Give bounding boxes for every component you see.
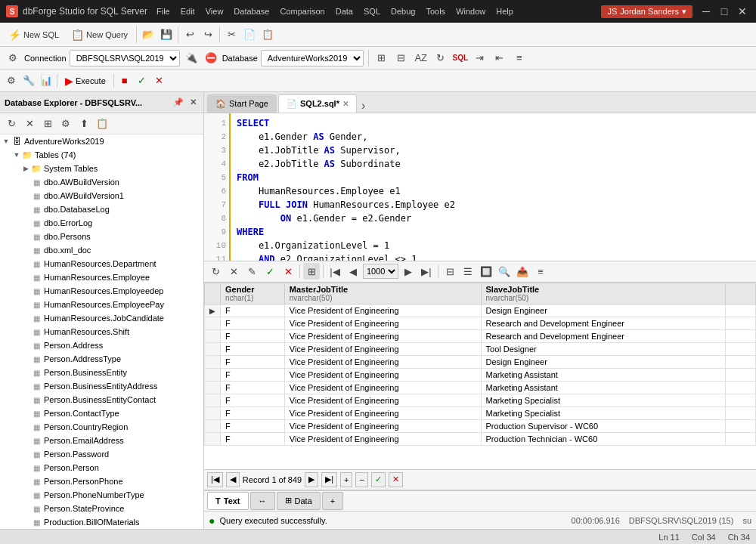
tab-add[interactable]: + xyxy=(322,492,343,510)
row-view-button[interactable]: ☰ xyxy=(460,263,476,280)
tree-item-9[interactable]: ▦HumanResources.Employeedep xyxy=(0,284,203,298)
tree-item-10[interactable]: ▦HumanResources.EmployeePay xyxy=(0,298,203,311)
search-results-button[interactable]: 🔍 xyxy=(496,263,513,280)
menu-item-tools[interactable]: Tools xyxy=(421,5,450,17)
database-select[interactable]: AdventureWorks2019 xyxy=(261,50,364,66)
menu-item-help[interactable]: Help xyxy=(491,5,518,17)
pg-cancel-button[interactable]: ✕ xyxy=(389,472,403,487)
open-button[interactable]: 📂 xyxy=(140,26,156,43)
table-row[interactable]: FVice President of EngineeringProduction… xyxy=(205,419,756,432)
menu-item-comparison[interactable]: Comparison xyxy=(275,5,329,17)
tree-item-tables[interactable]: ▼ 📁 Tables (74) xyxy=(0,148,203,162)
connection-select[interactable]: DBFSQLSRV\SQL2019 xyxy=(70,50,180,66)
sidebar-pin-icon[interactable]: 📌 xyxy=(171,97,186,108)
menu-item-database[interactable]: Database xyxy=(229,5,274,17)
tree-item-0[interactable]: ▶📁System Tables xyxy=(0,162,203,175)
pg-check-button[interactable]: ✓ xyxy=(371,472,386,487)
user-chevron-icon[interactable]: ▾ xyxy=(682,7,686,17)
close-conn-button[interactable]: ✕ xyxy=(21,116,38,132)
tab-text[interactable]: T Text xyxy=(207,492,249,510)
tab-data[interactable]: ⊞ Data xyxy=(277,492,321,510)
sql-code[interactable]: SELECT e1.Gender AS Gender, e1.JobTitle … xyxy=(237,116,750,261)
copy-tree-button[interactable]: 📋 xyxy=(94,116,110,132)
menu-item-view[interactable]: View xyxy=(201,5,228,17)
disconnect-button[interactable]: ⛔ xyxy=(203,50,219,66)
tree-item-20[interactable]: ▦Person.EmailAddress xyxy=(0,434,203,447)
tab-scroll-right[interactable]: › xyxy=(361,99,365,113)
table-row[interactable]: FVice President of EngineeringResearch a… xyxy=(205,329,756,342)
menu-item-file[interactable]: File xyxy=(152,5,175,17)
tree-item-13[interactable]: ▦Person.Address xyxy=(0,338,203,352)
maximize-button[interactable]: □ xyxy=(717,4,732,19)
tree-item-19[interactable]: ▦Person.CountryRegion xyxy=(0,420,203,434)
tree-item-15[interactable]: ▦Person.BusinessEntity xyxy=(0,366,203,379)
pg-add-button[interactable]: + xyxy=(340,472,352,487)
cancel2-button[interactable]: ✕ xyxy=(151,73,168,89)
table-row[interactable]: ▶FVice President of EngineeringDesign En… xyxy=(205,304,756,317)
menu-item-window[interactable]: Window xyxy=(451,5,490,17)
tree-item-4[interactable]: ▦dbo.ErrorLog xyxy=(0,216,203,230)
menu-item-data[interactable]: Data xyxy=(331,5,358,17)
paste-button[interactable]: 📋 xyxy=(259,26,276,43)
refresh-tree-button[interactable]: ↻ xyxy=(3,116,20,132)
tree-item-7[interactable]: ▦HumanResources.Department xyxy=(0,257,203,270)
pg-last-button[interactable]: ▶| xyxy=(321,472,337,487)
format-button[interactable]: ⊞ xyxy=(373,50,390,66)
connect-button[interactable]: 🔌 xyxy=(183,50,200,66)
copy-button[interactable]: 📄 xyxy=(241,26,258,43)
table-row[interactable]: FVice President of EngineeringMarketing … xyxy=(205,406,756,419)
table-row[interactable]: FVice President of EngineeringResearch a… xyxy=(205,317,756,329)
refresh2-button[interactable]: ⚙ xyxy=(3,73,20,89)
code-area[interactable]: SELECT e1.Gender AS Gender, e1.JobTitle … xyxy=(231,113,756,261)
col-view-button[interactable]: ⊟ xyxy=(442,263,458,280)
execute-button[interactable]: ▶ Execute xyxy=(60,71,111,91)
last-page-button[interactable]: ▶| xyxy=(418,263,435,280)
refresh-button[interactable]: ↻ xyxy=(432,50,449,66)
tree-item-root[interactable]: ▼ 🗄 AdventureWorks2019 xyxy=(0,134,203,148)
pg-delete-button[interactable]: − xyxy=(355,472,367,487)
indent-button[interactable]: ⇥ xyxy=(472,50,488,66)
filter-button[interactable]: ⚙ xyxy=(57,116,74,132)
tab-arrow[interactable]: ↔ xyxy=(250,492,275,510)
table-row[interactable]: FVice President of EngineeringProduction… xyxy=(205,432,756,445)
tab-start-page[interactable]: 🏠 Start Page xyxy=(207,94,277,113)
results-edit-button[interactable]: ✎ xyxy=(243,263,260,280)
tree-item-3[interactable]: ▦dbo.DatabaseLog xyxy=(0,202,203,216)
more-button[interactable]: ≡ xyxy=(511,50,528,66)
tree-item-18[interactable]: ▦Person.ContactType xyxy=(0,406,203,420)
menu-item-sql[interactable]: SQL xyxy=(359,5,385,17)
grid-button[interactable]: ⊟ xyxy=(393,50,410,66)
tree-item-24[interactable]: ▦Person.PhoneNumberType xyxy=(0,488,203,502)
menu-item-edit[interactable]: Edit xyxy=(176,5,200,17)
tree-item-26[interactable]: ▦Production.BillOfMaterials xyxy=(0,515,203,529)
table-row[interactable]: FVice President of EngineeringDesign Eng… xyxy=(205,355,756,368)
new-sql-button[interactable]: ⚡ New SQL xyxy=(3,25,64,45)
tree-item-5[interactable]: ▦dbo.Persons xyxy=(0,230,203,243)
cut-button[interactable]: ✂ xyxy=(223,26,240,43)
redo-button[interactable]: ↪ xyxy=(200,26,216,43)
outdent-button[interactable]: ⇤ xyxy=(491,50,508,66)
collapse-all-button[interactable]: ⬆ xyxy=(76,116,92,132)
save-button[interactable]: 💾 xyxy=(158,26,175,43)
pg-first-button[interactable]: |◀ xyxy=(207,472,223,487)
pg-next-button[interactable]: ▶ xyxy=(305,472,318,487)
check-button[interactable]: ✓ xyxy=(134,73,150,89)
undo-button[interactable]: ↩ xyxy=(181,26,198,43)
tree-item-16[interactable]: ▦Person.BusinessEntityAddress xyxy=(0,379,203,393)
table-row[interactable]: FVice President of EngineeringTool Desig… xyxy=(205,342,756,355)
pg-prev-button[interactable]: ◀ xyxy=(226,472,240,487)
menu-item-debug[interactable]: Debug xyxy=(386,5,420,17)
page-size-select[interactable]: 1000 500 100 xyxy=(363,264,398,279)
export-button[interactable]: 📤 xyxy=(514,263,531,280)
tree-item-1[interactable]: ▦dbo.AWBuildVersion xyxy=(0,175,203,189)
tree-item-12[interactable]: ▦HumanResources.Shift xyxy=(0,325,203,338)
table-row[interactable]: FVice President of EngineeringMarketing … xyxy=(205,394,756,406)
new-query-button[interactable]: 📋 New Query xyxy=(66,25,133,45)
tree-item-22[interactable]: ▦Person.Person xyxy=(0,461,203,474)
next-page-button[interactable]: ▶ xyxy=(400,263,417,280)
tab-sql2[interactable]: 📄 SQL2.sql* ✕ xyxy=(278,94,357,113)
tree-item-25[interactable]: ▦Person.StateProvince xyxy=(0,502,203,515)
tree-item-2[interactable]: ▦dbo.AWBuildVersion1 xyxy=(0,189,203,202)
minimize-button[interactable]: ─ xyxy=(699,4,714,19)
results-cancel-button[interactable]: ✕ xyxy=(225,263,242,280)
